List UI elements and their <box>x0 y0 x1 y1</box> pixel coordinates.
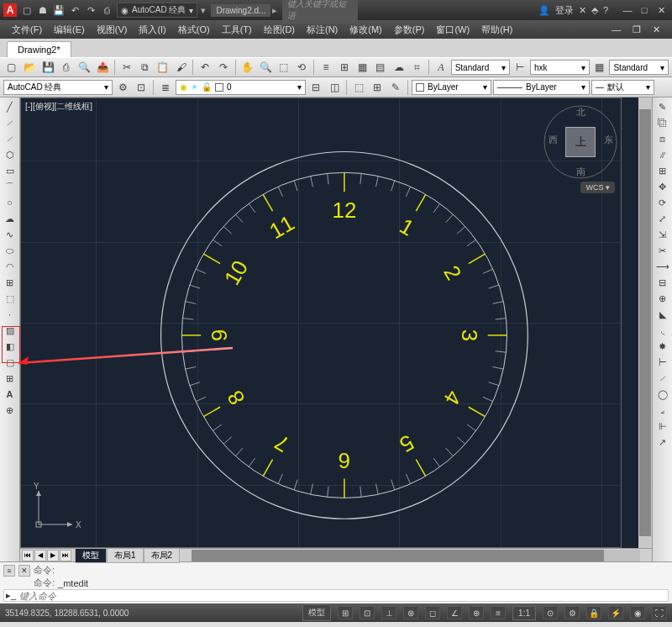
maximize-button[interactable]: □ <box>637 5 652 16</box>
viewcube-west[interactable]: 西 <box>544 134 561 146</box>
scale-icon[interactable]: ⤢ <box>654 211 671 226</box>
tab-prev-icon[interactable]: ◀ <box>34 550 46 561</box>
horizontal-scrollbar[interactable] <box>192 550 640 561</box>
point-icon[interactable]: · <box>2 307 18 322</box>
save-icon[interactable]: 💾 <box>52 3 66 17</box>
rectangle-icon[interactable]: ▭ <box>2 163 18 178</box>
designcenter-icon[interactable]: ⊞ <box>336 59 353 76</box>
menu-help[interactable]: 帮助(H) <box>476 22 517 38</box>
lineweight-dropdown[interactable]: —默认▾ <box>591 80 654 95</box>
close-button[interactable]: ✕ <box>654 5 669 16</box>
isolate-icon[interactable]: ◉ <box>630 606 645 619</box>
dim-aligned-icon[interactable]: ⟋ <box>654 371 671 386</box>
save-icon[interactable]: 💾 <box>39 59 56 76</box>
command-input[interactable] <box>19 591 666 601</box>
stretch-icon[interactable]: ⇲ <box>654 227 671 242</box>
new-icon[interactable]: ▢ <box>20 3 34 17</box>
open-icon[interactable]: ☗ <box>36 3 50 17</box>
open-icon[interactable]: 📂 <box>22 59 39 76</box>
snap-toggle-icon[interactable]: ⊡ <box>360 606 375 619</box>
layer-states-icon[interactable]: ⊟ <box>307 79 324 96</box>
mdi-minimize-button[interactable]: — <box>606 23 626 36</box>
xline-icon[interactable]: ⟋ <box>2 115 18 130</box>
viewcube-north[interactable]: 北 <box>572 106 589 119</box>
move-icon[interactable]: ✥ <box>654 179 671 194</box>
mirror-icon[interactable]: ⧈ <box>654 131 671 146</box>
viewcube[interactable]: 北 南 东 西 上 <box>543 104 618 180</box>
workspace-dropdown-2[interactable]: AutoCAD 经典▾ <box>3 80 113 95</box>
dim-angular-icon[interactable]: ⦟ <box>654 403 671 418</box>
layout-tab-2[interactable]: 布局2 <box>144 548 181 563</box>
mdi-restore-button[interactable]: ❐ <box>627 23 646 37</box>
extend-icon[interactable]: ⟶ <box>654 259 671 274</box>
polygon-icon[interactable]: ⬡ <box>2 147 18 162</box>
trim-icon[interactable]: ✂ <box>654 243 671 258</box>
dim-style-icon[interactable]: ⊢ <box>512 59 528 76</box>
explode-icon[interactable]: ✸ <box>654 339 671 354</box>
grid-toggle-icon[interactable]: ⊞ <box>338 606 353 619</box>
line-icon[interactable]: ╱ <box>2 99 18 114</box>
text-style-dropdown[interactable]: Standard▾ <box>451 60 511 75</box>
drawing-canvas[interactable]: [-][俯视][二维线框] 121234567891011 北 南 东 西 上 <box>20 97 652 548</box>
ws-switch-icon[interactable]: ⚙ <box>564 606 580 619</box>
ortho-toggle-icon[interactable]: ⊥ <box>381 606 396 619</box>
viewcube-top-face[interactable]: 上 <box>565 127 596 157</box>
fillet-icon[interactable]: ◟ <box>654 323 671 338</box>
dim-style-dropdown[interactable]: hxk▾ <box>530 60 590 75</box>
gradient-icon[interactable]: ◧ <box>2 339 18 354</box>
menu-parametric[interactable]: 参数(P) <box>389 22 430 38</box>
stayconnected-icon[interactable]: ⬘ <box>591 5 598 16</box>
tab-next-icon[interactable]: ▶ <box>47 550 59 561</box>
tab-last-icon[interactable]: ⏭ <box>60 550 71 561</box>
ws-save-icon[interactable]: ⊡ <box>133 79 150 96</box>
calc-icon[interactable]: ⌗ <box>408 59 425 76</box>
vertical-scrollbar[interactable] <box>638 97 652 548</box>
layout-tab-1[interactable]: 布局1 <box>107 548 144 563</box>
app-logo[interactable]: A <box>3 3 17 17</box>
zoom-prev-icon[interactable]: ⟲ <box>294 59 311 76</box>
polar-toggle-icon[interactable]: ⊛ <box>403 606 418 619</box>
leader-icon[interactable]: ↗ <box>654 435 671 450</box>
anno-scale[interactable]: 1:1 <box>512 606 536 620</box>
doc-nav-icon[interactable]: ▸ <box>272 5 277 16</box>
rotate-icon[interactable]: ⟳ <box>654 195 671 210</box>
menu-tools[interactable]: 工具(T) <box>217 22 257 38</box>
menu-draw[interactable]: 绘图(D) <box>259 22 300 38</box>
anno-vis-icon[interactable]: ⊙ <box>543 606 558 619</box>
dim-continue-icon[interactable]: ⊩ <box>654 419 671 434</box>
status-model-button[interactable]: 模型 <box>302 604 331 621</box>
break-icon[interactable]: ⊟ <box>654 275 671 290</box>
table-icon[interactable]: ⊞ <box>2 371 18 386</box>
file-tab-active[interactable]: Drawing2* <box>7 41 71 57</box>
menu-modify[interactable]: 修改(M) <box>344 22 387 38</box>
block-icon[interactable]: ⬚ <box>350 79 367 96</box>
minimize-button[interactable]: — <box>620 5 635 16</box>
lock-ui-icon[interactable]: 🔒 <box>586 606 601 619</box>
osnap-toggle-icon[interactable]: ◻ <box>425 606 440 619</box>
preview-icon[interactable]: 🔍 <box>76 59 93 76</box>
chamfer-icon[interactable]: ◣ <box>654 307 671 322</box>
hardware-accel-icon[interactable]: ⚡ <box>608 606 623 619</box>
mdi-close-button[interactable]: ✕ <box>648 23 665 37</box>
qat-overflow-icon[interactable]: ▾ <box>201 5 206 16</box>
region-icon[interactable]: ▢ <box>2 355 18 370</box>
mtext-icon[interactable]: A <box>2 387 18 402</box>
array-icon[interactable]: ⊞ <box>654 163 671 178</box>
ellipse-icon[interactable]: ⬭ <box>2 243 18 258</box>
layout-tab-model[interactable]: 模型 <box>75 548 107 563</box>
make-block-icon[interactable]: ⬚ <box>2 291 18 306</box>
tab-first-icon[interactable]: ⏮ <box>22 550 34 561</box>
spline-icon[interactable]: ∿ <box>2 227 18 242</box>
circle-icon[interactable]: ○ <box>2 195 18 210</box>
table-style-dropdown[interactable]: Standard▾ <box>609 60 669 75</box>
new-icon[interactable]: ▢ <box>3 59 20 76</box>
erase-icon[interactable]: ✎ <box>654 99 671 114</box>
help-search[interactable]: 键入关键字或短语 <box>282 0 358 24</box>
otrack-toggle-icon[interactable]: ∠ <box>447 606 462 619</box>
redo-icon[interactable]: ↷ <box>215 59 232 76</box>
cmd-history-icon[interactable]: ≡ <box>3 565 15 577</box>
ellipse-arc-icon[interactable]: ◠ <box>2 259 18 274</box>
undo-icon[interactable]: ↶ <box>68 3 81 17</box>
insert-block-icon[interactable]: ⊞ <box>2 275 18 290</box>
copy-obj-icon[interactable]: ⿻ <box>654 115 671 130</box>
